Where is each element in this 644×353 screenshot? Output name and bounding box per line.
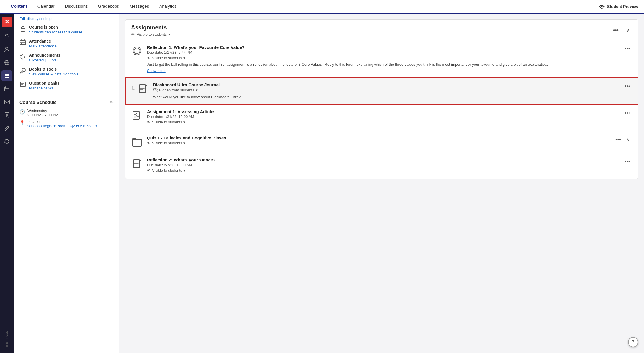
nav-tabs: Content Calendar Discussions Gradebook M… — [6, 0, 599, 13]
assignment-item-journal: ⇅ Blackboard Ultra Course Journal Hidden… — [125, 78, 638, 105]
reflection1-title: Reflection 1: What's your Favourite Core… — [147, 45, 618, 50]
svg-point-3 — [6, 47, 8, 49]
svg-rect-2 — [5, 36, 9, 39]
reflection1-show-more[interactable]: Show more — [147, 69, 618, 73]
assignments-visibility-toggle[interactable]: 👁 Visible to students ▾ — [131, 32, 170, 37]
discussion-icon — [131, 45, 143, 57]
privacy-text: Privacy — [5, 331, 8, 339]
sidebar-icon-lock[interactable] — [1, 31, 12, 42]
journal-visibility-toggle[interactable]: Hidden from students ▾ — [153, 88, 618, 93]
sidebar-icon-content[interactable] — [1, 70, 12, 81]
reflection2-title: Reflection 2: What's your stance? — [147, 157, 618, 162]
quiz1-expand-button[interactable]: ∨ — [624, 136, 632, 143]
sidebar-icon-person[interactable] — [1, 44, 12, 55]
top-navigation: Content Calendar Discussions Gradebook M… — [0, 0, 644, 14]
checklist-icon — [131, 110, 143, 122]
sidebar-icon-globe[interactable] — [1, 57, 12, 68]
quiz1-visibility-toggle[interactable]: 👁 Visible to students ▾ — [147, 141, 609, 145]
folder-icon — [131, 136, 143, 148]
location-icon: 📍 — [19, 120, 25, 125]
assignment1-title: Assignment 1: Assessing Articles — [147, 109, 618, 114]
sidebar-icon-refresh[interactable] — [1, 136, 12, 147]
view-tools-link[interactable]: View course & institution tools — [29, 72, 78, 76]
question-banks-icon — [19, 81, 26, 89]
tab-content[interactable]: Content — [6, 0, 32, 13]
journal-more-button[interactable]: ••• — [622, 82, 632, 91]
help-button[interactable]: ? — [628, 337, 638, 347]
svg-rect-10 — [5, 87, 9, 91]
assignments-more-button[interactable]: ••• — [611, 26, 621, 35]
visibility-chevron-icon: ▾ — [168, 32, 170, 37]
menu-item-course-open: Course is open Students can access this … — [19, 25, 113, 35]
mail-icon — [4, 100, 10, 104]
reflection1-description: Just to get the ball rolling in this cou… — [147, 62, 618, 67]
svg-point-28 — [136, 51, 136, 51]
reflection2-visibility-toggle[interactable]: 👁 Visible to students ▾ — [147, 168, 618, 173]
svg-point-1 — [601, 6, 603, 7]
close-button[interactable]: ✕ — [2, 17, 12, 27]
assignment1-chevron-icon: ▾ — [183, 120, 185, 124]
reflection1-eye-icon: 👁 — [147, 56, 151, 60]
quiz1-more-button[interactable]: ••• — [613, 135, 623, 144]
reflection2-more-button[interactable]: ••• — [622, 157, 632, 166]
edit-display-settings-link[interactable]: Edit display settings — [19, 17, 113, 21]
svg-rect-9 — [5, 77, 9, 78]
schedule-day-time: 🕐 Wednesday 2:00 PM - 7:00 PM — [19, 109, 113, 117]
tab-gradebook[interactable]: Gradebook — [93, 0, 124, 13]
course-schedule-title: Course Schedule — [19, 100, 57, 105]
svg-rect-19 — [21, 28, 25, 31]
student-preview-button[interactable]: Student Preview — [599, 4, 638, 9]
assignments-panel: Assignments 👁 Visible to students ▾ ••• … — [125, 19, 638, 179]
announcements-link[interactable]: 0 Posted | 1 Total — [29, 58, 60, 62]
calendar-icon — [4, 86, 10, 92]
schedule-edit-button[interactable]: ✏ — [110, 100, 113, 105]
reflection1-more-button[interactable]: ••• — [622, 45, 632, 53]
clock-icon: 🕐 — [19, 109, 25, 115]
sidebar-icon-calendar[interactable] — [1, 83, 12, 94]
svg-rect-35 — [133, 160, 140, 168]
menu-item-books-tools: Books & Tools View course & institution … — [19, 67, 113, 77]
attendance-title: Attendance — [29, 39, 57, 43]
reflection1-due: Due date: 1/17/23, 5:44 PM — [147, 50, 618, 55]
assignment1-visibility-toggle[interactable]: 👁 Visible to students ▾ — [147, 120, 618, 124]
tab-calendar[interactable]: Calendar — [32, 0, 60, 13]
tab-messages[interactable]: Messages — [124, 0, 154, 13]
manage-banks-link[interactable]: Manage banks — [29, 86, 60, 90]
reflection2-icon — [131, 158, 143, 170]
quiz1-chevron-icon: ▾ — [183, 141, 185, 145]
schedule-day: Wednesday — [27, 109, 58, 113]
journal-icon — [137, 83, 149, 95]
person-icon — [4, 46, 10, 53]
reflection1-visibility-toggle[interactable]: 👁 Visible to students ▾ — [147, 56, 618, 60]
assignments-header: Assignments 👁 Visible to students ▾ ••• … — [125, 20, 638, 40]
reflection2-eye-icon: 👁 — [147, 168, 151, 173]
svg-rect-7 — [5, 74, 9, 75]
refresh-icon — [4, 139, 10, 144]
attendance-icon — [19, 39, 26, 47]
course-menu: Edit display settings Course is open Stu… — [14, 14, 119, 353]
assignment1-more-button[interactable]: ••• — [622, 109, 632, 117]
edit-icon — [4, 125, 10, 131]
assignment-item-assignment1: Assignment 1: Assessing Articles Due dat… — [125, 105, 638, 131]
tab-discussions[interactable]: Discussions — [60, 0, 93, 13]
mark-attendance-link[interactable]: Mark attendance — [29, 44, 57, 48]
journal-hidden-icon — [153, 88, 158, 93]
students-access-link[interactable]: Students can access this course — [29, 30, 82, 34]
menu-item-announcements: Announcements 0 Posted | 1 Total — [19, 53, 113, 63]
sidebar-icon-document[interactable] — [1, 110, 12, 121]
globe-icon — [4, 60, 10, 65]
zoom-link[interactable]: senecacollege-ca.zoom.us/j/96061068119 — [27, 124, 97, 128]
svg-rect-32 — [133, 111, 139, 119]
tab-analytics[interactable]: Analytics — [154, 0, 181, 13]
quiz1-title: Quiz 1 - Fallacies and Cognitive Biases — [147, 135, 609, 140]
journal-description: What would you like to know about Blackb… — [153, 94, 618, 100]
reflection2-chevron-icon: ▾ — [183, 168, 185, 173]
assignments-collapse-button[interactable]: ∧ — [624, 27, 632, 34]
drag-handle-icon[interactable]: ⇅ — [131, 82, 135, 91]
assignment-item-reflection2: Reflection 2: What's your stance? Due da… — [125, 153, 638, 179]
svg-rect-15 — [5, 112, 9, 118]
sidebar-icon-mail[interactable] — [1, 97, 12, 107]
schedule-time: 2:00 PM - 7:00 PM — [27, 113, 58, 117]
svg-rect-22 — [21, 43, 22, 44]
sidebar-icon-edit[interactable] — [1, 123, 12, 134]
